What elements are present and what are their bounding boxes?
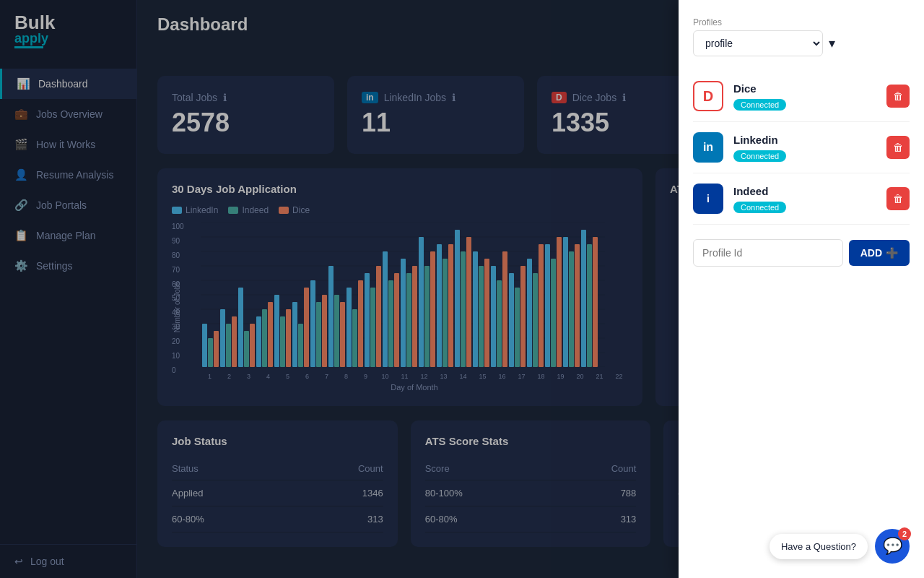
indeed-connected-badge: Connected <box>733 202 786 213</box>
profiles-select[interactable]: profile <box>693 30 823 56</box>
add-label: ADD <box>860 247 882 259</box>
dice-connected-badge: Connected <box>733 99 786 111</box>
linkedin-portal-icon: in <box>693 132 723 163</box>
indeed-portal-info: Indeed Connected <box>733 185 876 213</box>
linkedin-portal-item: in Linkedin Connected 🗑 <box>693 122 910 173</box>
add-button[interactable]: ADD ➕ <box>849 240 910 266</box>
chat-badge: 2 <box>898 527 911 540</box>
linkedin-portal-name: Linkedin <box>733 134 876 146</box>
chat-label: Have a Question? <box>770 534 868 559</box>
plus-icon: ➕ <box>886 247 898 259</box>
indeed-delete-button[interactable]: 🗑 <box>886 187 910 210</box>
profiles-modal: Profiles profile ▾ D Dice Connected 🗑 in… <box>679 0 924 578</box>
linkedin-delete-button[interactable]: 🗑 <box>886 136 910 159</box>
dice-portal-item: D Dice Connected 🗑 <box>693 71 910 122</box>
dice-portal-info: Dice Connected <box>733 82 876 111</box>
linkedin-connected-badge: Connected <box>733 150 786 162</box>
profile-id-input[interactable] <box>693 239 843 267</box>
linkedin-portal-info: Linkedin Connected <box>733 134 876 162</box>
chat-bubble: Have a Question? 💬 2 <box>770 529 910 564</box>
modal-select-row: profile ▾ <box>693 30 910 56</box>
indeed-portal-name: Indeed <box>733 185 876 197</box>
indeed-portal-item: i Indeed Connected 🗑 <box>693 173 910 225</box>
dice-delete-button[interactable]: 🗑 <box>886 85 910 108</box>
profile-id-row: ADD ➕ <box>693 239 910 267</box>
indeed-portal-icon: i <box>693 184 723 214</box>
chat-button[interactable]: 💬 2 <box>875 529 910 564</box>
profiles-label: Profiles <box>693 17 910 27</box>
dice-portal-icon: D <box>693 81 723 111</box>
chevron-down-icon[interactable]: ▾ <box>829 35 835 51</box>
dice-portal-name: Dice <box>733 82 876 95</box>
chat-icon-symbol: 💬 <box>883 537 902 556</box>
